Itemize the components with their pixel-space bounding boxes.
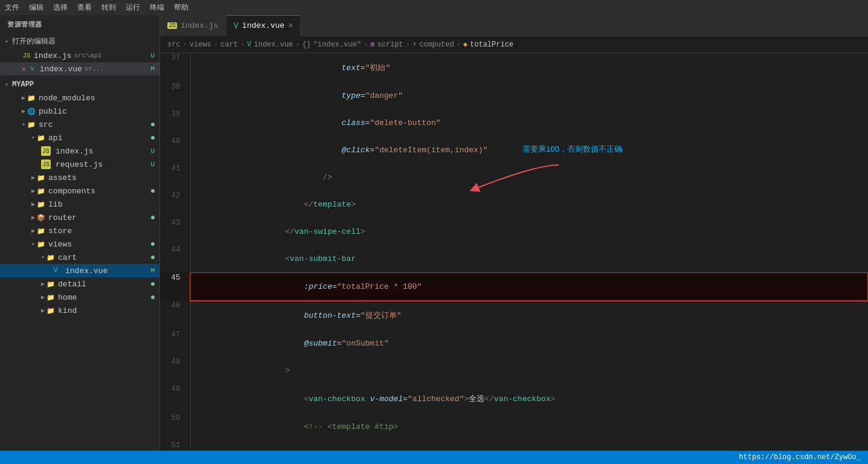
line-num-39: 39 — [160, 109, 190, 137]
folder-icon: 📁 — [27, 120, 36, 129]
menu-help[interactable]: 帮助 — [174, 2, 188, 13]
folder-chevron-icon: ▶ — [22, 94, 25, 102]
store-folder[interactable]: ▶ 📁 store — [0, 224, 159, 237]
open-file-indexjs-path: src\api — [74, 52, 101, 59]
line-num-44: 44 — [160, 245, 190, 273]
sep1: › — [183, 40, 187, 49]
menu-bar: 文件 编辑 选择 查看 转到 运行 终端 帮助 — [0, 0, 868, 15]
crumb-totalprice[interactable]: totalPrice — [470, 40, 513, 49]
crumb-computed[interactable]: computed — [419, 40, 454, 49]
router-folder[interactable]: ▶ 📦 router — [0, 211, 159, 224]
menu-terminal[interactable]: 终端 — [150, 2, 164, 13]
api-dot — [151, 136, 155, 140]
src-label: src — [39, 120, 53, 129]
views-folder[interactable]: ▾ 📁 views — [0, 237, 159, 251]
lib-folder[interactable]: ▶ 📁 lib — [0, 198, 159, 211]
detail-folder[interactable]: ▶ 📁 detail — [0, 277, 159, 291]
tab-close-button[interactable]: × — [288, 21, 293, 31]
code-line-47: 47 @submit="onSubmit" — [160, 330, 868, 357]
line-content-48: > — [190, 357, 868, 384]
main-layout: 资源管理器 ▾ 打开的编辑器 JS index.js src\api U ✕ V… — [0, 15, 868, 451]
router-dot — [151, 216, 155, 219]
crumb-views[interactable]: views — [190, 40, 211, 49]
crumb-script-icon: ⚙ — [370, 40, 375, 49]
line-content-43: </van-swipe-cell> — [190, 218, 868, 245]
open-file-indexvue[interactable]: ✕ V index.vue sr... M — [0, 62, 159, 76]
crumb-cart[interactable]: cart — [220, 40, 238, 49]
line-content-37: text="初始" — [190, 53, 868, 82]
cart-folder[interactable]: ▾ 📁 cart — [0, 251, 159, 264]
line-content-42: </template> — [190, 191, 868, 218]
line-content-39: class="delete-button" — [190, 109, 868, 137]
breadcrumb: src › views › cart › V index.vue › {} "i… — [160, 36, 868, 53]
open-file-indexjs-name: index.js — [34, 51, 71, 60]
line-content-45: :price="totalPrice * 100" — [190, 273, 868, 301]
tab-indexjs[interactable]: JS index.js — [160, 15, 226, 36]
api-folder[interactable]: ▾ 📁 api — [0, 131, 159, 144]
crumb-indexvue2[interactable]: "index.vue" — [313, 40, 361, 49]
code-editor[interactable]: 37 text="初始" 38 type="danger" — [160, 53, 868, 451]
home-folder[interactable]: ▶ 📁 home — [0, 291, 159, 304]
crumb-vue-icon: V — [247, 40, 251, 49]
open-file-indexvue-path: sr... — [85, 65, 104, 72]
menu-file[interactable]: 文件 — [5, 2, 19, 13]
menu-run[interactable]: 运行 — [126, 2, 140, 13]
crumb-src[interactable]: src — [167, 40, 181, 49]
kind-folder[interactable]: ▶ 📁 kind — [0, 304, 159, 317]
tab-indexvue[interactable]: V index.vue × — [226, 15, 301, 36]
myapp-header[interactable]: ▾ MYAPP — [0, 78, 159, 91]
crumb-indexvue[interactable]: index.vue — [254, 40, 293, 49]
folder-chevron-icon: ▶ — [31, 214, 35, 221]
cart-indexvue-badge: M — [150, 267, 155, 274]
home-dot — [151, 295, 155, 299]
myapp-chevron-icon: ▾ — [5, 81, 8, 88]
folder-icon: 📁 — [46, 253, 56, 262]
myapp-label: MYAPP — [12, 80, 34, 89]
cart-indexvue-file[interactable]: V index.vue M — [0, 264, 159, 277]
components-folder[interactable]: ▶ 📁 components — [0, 184, 159, 198]
open-file-indexvue-name: index.vue — [40, 65, 82, 74]
requestjs-label: request.js — [56, 160, 103, 169]
code-table: 37 text="初始" 38 type="danger" — [160, 53, 868, 451]
open-editors-header[interactable]: ▾ 打开的编辑器 — [0, 34, 159, 49]
line-content-49: <van-checkbox v-model="allchecked">全选</v… — [190, 384, 868, 413]
cart-dot — [151, 256, 155, 259]
crumb-script[interactable]: script — [377, 40, 403, 49]
folder-icon: 📁 — [36, 186, 46, 196]
open-file-indexjs[interactable]: JS index.js src\api U — [0, 49, 159, 62]
code-line-49: 49 <van-checkbox v-model="allchecked">全选… — [160, 384, 868, 413]
js-file-icon: JS — [22, 51, 31, 60]
tabs-bar: JS index.js V index.vue × — [160, 15, 868, 36]
menu-view[interactable]: 查看 — [77, 2, 92, 13]
folder-icon: 📁 — [36, 173, 46, 182]
node-modules-folder[interactable]: ▶ 📁 node_modules — [0, 91, 159, 105]
src-folder[interactable]: ▾ 📁 src — [0, 118, 159, 131]
menu-goto[interactable]: 转到 — [101, 2, 116, 13]
api-indexjs-file[interactable]: JS index.js U — [0, 144, 159, 158]
views-dot — [151, 242, 155, 246]
menu-edit[interactable]: 编辑 — [29, 2, 43, 13]
line-num-42: 42 — [160, 191, 190, 218]
assets-folder[interactable]: ▶ 📁 assets — [0, 171, 159, 184]
line-num-40: 40 — [160, 137, 190, 164]
status-url: https://blog.csdn.net/ZywOo_ — [739, 453, 861, 462]
public-label: public — [39, 107, 67, 116]
folder-icon: 📁 — [27, 93, 36, 103]
requestjs-file[interactable]: JS request.js U — [0, 158, 159, 171]
home-label: home — [58, 293, 77, 302]
node-modules-label: node_modules — [39, 94, 95, 103]
folder-chevron-icon: ▶ — [22, 108, 25, 115]
requestjs-badge: U — [150, 161, 155, 168]
src-dot — [151, 123, 155, 126]
sep7: › — [457, 40, 461, 49]
line-content-50: <!-- <template #tip> — [190, 413, 868, 440]
folder-icon: 📁 — [46, 279, 56, 289]
sidebar-title: 资源管理器 — [0, 15, 159, 34]
detail-label: detail — [58, 280, 86, 289]
line-num-41: 41 — [160, 164, 190, 191]
menu-select[interactable]: 选择 — [53, 2, 68, 13]
open-editors-label: 打开的编辑器 — [12, 36, 56, 47]
code-line-44: 44 <van-submit-bar — [160, 245, 868, 273]
code-line-48: 48 > — [160, 357, 868, 384]
public-folder[interactable]: ▶ 🌐 public — [0, 105, 159, 118]
